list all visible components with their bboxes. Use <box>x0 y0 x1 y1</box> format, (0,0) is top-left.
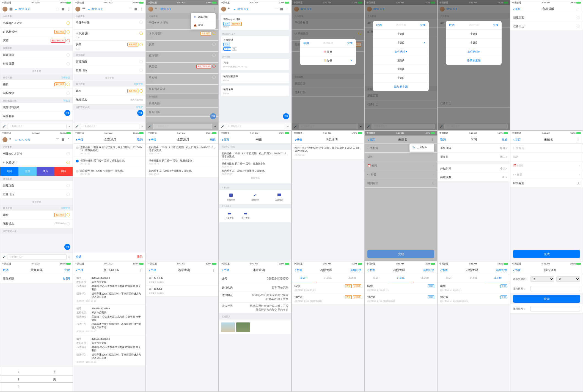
done-btn[interactable]: 完成 <box>513 250 580 258</box>
back-btn[interactable]: 首页 <box>513 7 521 12</box>
svg-point-11 <box>287 8 287 8</box>
s-habit-3: 中国联通9:41 AM100% 书僮习惯管理新增习惯 养成中已养成未开始 喝水开… <box>437 261 510 392</box>
svg-point-28 <box>578 140 578 141</box>
upload-btn[interactable]: 📎上传附件 <box>409 143 434 152</box>
sw-del[interactable]: 删除 <box>54 167 73 176</box>
rule-opt[interactable]: !!! 要事 <box>300 48 356 56</box>
svg-rect-10 <box>280 8 283 10</box>
q-restrict[interactable]: 限行查询 <box>242 211 249 220</box>
list-row[interactable]: 装修辅料清单 <box>0 103 73 112</box>
svg-point-30 <box>141 270 141 270</box>
popover-menu: 👁隐藏详细 📤发送 <box>191 13 216 29</box>
tab-done[interactable]: 已养成 <box>316 274 340 282</box>
home-icon[interactable] <box>9 7 13 11</box>
s-home-1: 中国联通9:41 AM100% ☁32°C 今天 六件要事 书僮app ui 讨… <box>0 0 73 131</box>
svg-point-8 <box>214 9 215 9</box>
fab-shu[interactable]: 书僮 <box>64 110 70 116</box>
sw-conv[interactable]: 成员 <box>37 167 55 176</box>
tab-forming[interactable]: 养成中 <box>292 274 316 282</box>
rep-row[interactable]: 重复间隔每周 › <box>438 144 510 153</box>
input-field[interactable]: 计划做什么？ <box>7 124 67 129</box>
date-input[interactable] <box>530 286 580 291</box>
s-home-2: 中国联通9:41 AM100% ☁32°C 今天 六件要事 单任务标题 ui 风… <box>73 0 146 131</box>
habit-row[interactable]: 喝柠檬水 <box>0 89 73 98</box>
task-row[interactable]: 买菜截止:下午7:30 <box>0 36 73 45</box>
s-habit-1: 中国联通9:41 AM100% 书僮习惯管理新增习惯 养成中已养成未开始 喝水停… <box>292 261 364 392</box>
svg-point-27 <box>578 139 578 140</box>
s-restriction: 中国联通9:41 AM100% 书僮限行查询 请选择城市：省市 查询日期： 查询… <box>510 261 583 392</box>
tab-notstart[interactable]: 未开始 <box>340 274 364 282</box>
s-violation: 中国联通9:41 AM100% 书僮违章查询 编号32052944338790 … <box>219 261 292 392</box>
list-icon[interactable] <box>56 7 59 11</box>
svg-rect-21 <box>228 213 231 214</box>
sw-topic[interactable]: 主题 <box>18 167 37 176</box>
done-btn[interactable]: 完成 <box>347 41 353 45</box>
done-btn[interactable]: 完成 <box>367 250 434 258</box>
s-modal-rules: 中国联通9:41 AM100% 32°C 今天 六件要事 单任务标题 ui 风格… <box>292 0 364 131</box>
avatar[interactable] <box>2 7 7 12</box>
s-topic-dim: 中国联通9:41 AM100% 首页主题名 任务标题 描述 ⏰ 时间› 🏷 标签… <box>364 131 437 261</box>
evidence-img[interactable] <box>221 322 235 332</box>
svg-point-1 <box>68 9 69 9</box>
evidence-img[interactable] <box>236 322 250 332</box>
habit-row[interactable]: 跑步截止 明天 <box>0 80 73 89</box>
menu-send[interactable]: 📤发送 <box>191 21 216 29</box>
edit-btn[interactable]: 编辑 <box>210 138 216 142</box>
main-header: ☁32°C 今天 <box>0 5 73 13</box>
cancel-btn[interactable]: 取消 <box>303 41 309 45</box>
s-habit-2: 中国联通9:41 AM100% 书僮习惯管理新增习惯 养成中已养成未开始 喝水重… <box>364 261 437 392</box>
msg-row[interactable]: 您的任务："书僮 UI 讨论"已延期，截止日期为：2017-07-10，请尽快完… <box>73 144 145 157</box>
q-topic[interactable]: 主题定义 <box>275 193 283 201</box>
svg-point-15 <box>578 9 578 9</box>
svg-point-31 <box>141 271 141 271</box>
task-row[interactable]: 新建页面 <box>0 51 73 59</box>
svg-point-26 <box>578 138 578 139</box>
menu-hide[interactable]: 👁隐藏详细 <box>191 13 216 21</box>
rule-opt[interactable]: !! 杂项 <box>300 56 356 65</box>
calendar-icon[interactable] <box>61 7 65 11</box>
s-car-list: 中国联通9:41 AM100% 书僮京B 5DH66 编号32052944338… <box>73 261 146 392</box>
s-modal-topics-2: 中国联通9:41 AM100% 32°C 今天 六件要事 单任务标题 任务日历 … <box>437 0 510 131</box>
s-shu-hub: 中国联通9:41 AM100% 首页书僮 消息中心 / 消息 您的任务："书僮 … <box>219 131 292 261</box>
prov-select[interactable]: 省 <box>530 276 554 282</box>
q-diary[interactable]: 日记管理 <box>227 193 235 201</box>
svg-point-23 <box>432 138 433 139</box>
sw-time[interactable]: 时间 <box>0 167 18 176</box>
task-row[interactable]: ui 风格设计截止 明天 <box>0 27 73 36</box>
svg-point-16 <box>578 10 578 10</box>
city-select[interactable]: 市 <box>556 276 580 282</box>
s-cards: 中国联通9:41 AM100% ☁32°C 今天 书僮app ui 讨论工作截止… <box>219 0 292 131</box>
picker[interactable]: 123 天周 <box>0 367 73 391</box>
del-btn[interactable]: 删除 <box>137 255 143 259</box>
task-row[interactable]: 任务日历 <box>0 59 73 68</box>
tail-input[interactable] <box>530 306 580 311</box>
query-btn[interactable]: 查询 <box>513 295 580 303</box>
more-icon[interactable] <box>67 7 70 11</box>
svg-rect-22 <box>244 213 247 214</box>
s-modal-topics: 中国联通9:41 AM100% 32°C 今天 六件要事 单任务标题 ui 风格… <box>364 0 437 131</box>
q-violation[interactable]: 违章查询 <box>226 211 233 220</box>
svg-point-33 <box>213 270 214 270</box>
svg-point-5 <box>141 9 142 9</box>
send-icon[interactable]: ➤ <box>68 125 70 128</box>
done-btn[interactable]: 完成 <box>502 138 507 142</box>
q-habit[interactable]: 习惯管理 <box>251 193 259 201</box>
s-swipe: 中国联通9:41 AM100% ☁32°C 今天 六件要事 书僮app ui 讨… <box>0 131 73 261</box>
cancel-btn[interactable]: 取消 <box>440 138 446 142</box>
svg-point-24 <box>432 139 433 140</box>
s-misc-list: 中国联通9:41 AM100% 首页杂项提醒 新建页面 任务日历 <box>510 0 583 131</box>
s-plates: 中国联通9:41 AM100% 书僮违章查询 京B 5DH66最后更新 7月17… <box>146 261 219 392</box>
s-popover: 中国联通9:41 AM100% 32°C 今天 六件要事 书僮app ui 讨论… <box>146 0 219 131</box>
task-row[interactable]: 书僮app ui 讨论 <box>0 19 73 27</box>
svg-rect-19 <box>229 194 233 197</box>
svg-point-4 <box>141 8 142 8</box>
list-row[interactable]: 装修名单 <box>0 112 73 121</box>
s-msg-detail: 中国联通9:41 AM100% 书僮消息详情 您的任务："书僮 UI 讨论"已延… <box>292 131 364 261</box>
more-icon[interactable] <box>576 7 580 11</box>
svg-point-34 <box>213 271 214 271</box>
selall-btn[interactable]: 全选 <box>76 255 81 259</box>
cancel-btn[interactable]: 取消 <box>137 138 143 142</box>
mic-icon[interactable]: 🎤 <box>2 125 6 128</box>
svg-point-2 <box>68 10 69 10</box>
new-habit-btn[interactable]: 新增习惯 <box>350 268 361 272</box>
